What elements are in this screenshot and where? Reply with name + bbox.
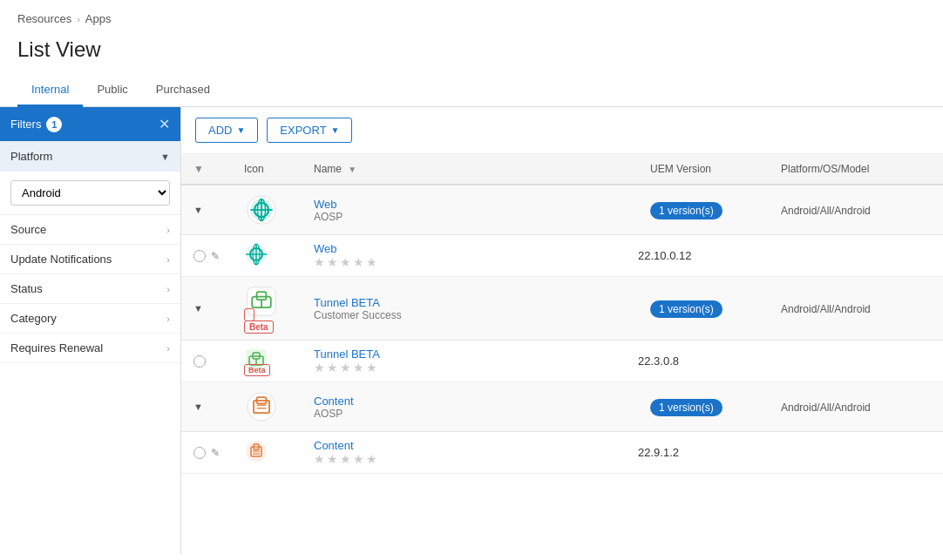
- tab-internal[interactable]: Internal: [17, 74, 83, 107]
- platform-chevron-icon: ▼: [160, 152, 170, 162]
- status-item[interactable]: Status ›: [0, 274, 180, 304]
- content-versions-cell: 1 version(s): [638, 382, 769, 432]
- tunnel-app-icon-container: [244, 284, 279, 319]
- category-chevron-icon: ›: [166, 314, 170, 324]
- update-notifications-item[interactable]: Update Notifications ›: [0, 245, 180, 274]
- tunnel-name-cell: Tunnel BETA Customer Success: [302, 277, 638, 341]
- col-check-header: ▼: [181, 154, 232, 185]
- sidebar-header: Filters 1 ✕: [0, 107, 180, 141]
- sidebar-close-icon[interactable]: ✕: [159, 116, 170, 132]
- platform-section-header[interactable]: Platform ▼: [0, 141, 180, 172]
- web-sub-radio[interactable]: [193, 250, 206, 262]
- tunnel-sub-stars: ★★★★★: [314, 361, 626, 374]
- filter-badge: 1: [46, 117, 62, 132]
- content-sub-name-link[interactable]: Content: [314, 439, 354, 452]
- web-versions-cell: 1 version(s): [638, 185, 769, 235]
- name-col-label: Name: [314, 163, 342, 175]
- tunnel-source: Customer Success: [314, 309, 626, 321]
- tunnel-sub-icon-cell: Beta: [232, 341, 302, 382]
- sidebar-platform-section: Platform ▼ Android iOS Windows: [0, 141, 180, 215]
- tunnel-platform-text: Android/All/Android: [781, 303, 871, 315]
- table-row: ✎ Content ★★★★★: [181, 432, 943, 474]
- table-row: ▼: [181, 185, 943, 235]
- content-area: Filters 1 ✕ Platform ▼ Android iOS Windo…: [0, 107, 943, 554]
- sidebar: Filters 1 ✕ Platform ▼ Android iOS Windo…: [0, 107, 181, 554]
- add-chevron-icon: ▼: [236, 125, 245, 135]
- web-app-icon: [244, 192, 279, 227]
- update-notifications-label: Update Notifications: [10, 253, 112, 266]
- platform-label: Platform: [10, 150, 52, 163]
- web-sub-stars: ★★★★★: [314, 255, 626, 269]
- requires-renewal-label: Requires Renewal: [10, 341, 103, 354]
- tunnel-name-link[interactable]: Tunnel BETA: [314, 296, 626, 309]
- table-row: Beta Tunnel BETA ★★★★★ 22.3.0.8: [181, 341, 943, 382]
- page-title: List View: [0, 32, 943, 74]
- content-sub-stars: ★★★★★: [314, 452, 626, 466]
- export-label: EXPORT: [280, 124, 326, 137]
- content-platform-text: Android/All/Android: [781, 401, 871, 414]
- web-sub-edit-icon[interactable]: ✎: [211, 250, 220, 262]
- tunnel-sub-uem: 22.3.0.8: [638, 341, 769, 382]
- web-platform-text: Android/All/Android: [781, 205, 871, 217]
- content-app-icon: [244, 389, 279, 424]
- web-sub-check-cell: ✎: [181, 235, 232, 277]
- web-platform-cell: Android/All/Android: [769, 185, 943, 235]
- content-platform-cell: Android/All/Android: [769, 382, 943, 432]
- toolbar: ADD ▼ EXPORT ▼: [181, 107, 943, 154]
- content-version-badge[interactable]: 1 version(s): [650, 399, 723, 416]
- tab-bar: Internal Public Purchased: [0, 74, 943, 107]
- content-sub-check-cell: ✎: [181, 432, 232, 474]
- platform-select[interactable]: Android iOS Windows: [10, 180, 170, 206]
- web-version-badge[interactable]: 1 version(s): [650, 202, 723, 219]
- web-name-link[interactable]: Web: [314, 198, 626, 211]
- tunnel-sub-platform-empty: [769, 341, 943, 382]
- table-row: ▼: [181, 277, 943, 341]
- tunnel-platform-cell: Android/All/Android: [769, 277, 943, 341]
- content-collapse-icon[interactable]: ▼: [193, 401, 203, 412]
- web-source: AOSP: [314, 211, 626, 223]
- source-chevron-icon: ›: [166, 225, 170, 235]
- export-button[interactable]: EXPORT ▼: [267, 118, 352, 143]
- col-uem-header: UEM Version: [638, 154, 769, 185]
- source-item[interactable]: Source ›: [0, 215, 180, 245]
- tab-public[interactable]: Public: [83, 74, 141, 107]
- tunnel-sub-radio[interactable]: [193, 355, 206, 368]
- content-sub-icon-cell: [232, 432, 302, 474]
- breadcrumb-apps: Apps: [85, 12, 112, 25]
- content-sub-radio[interactable]: [193, 447, 206, 459]
- web-sub-icon-cell: [232, 235, 302, 277]
- web-sub-name-link[interactable]: Web: [314, 242, 337, 255]
- tunnel-sub-name-link[interactable]: Tunnel BETA: [314, 347, 380, 361]
- col-platform-header: Platform/OS/Model: [769, 154, 943, 185]
- sort-down-icon: ▼: [193, 163, 204, 175]
- requires-renewal-item[interactable]: Requires Renewal ›: [0, 334, 180, 363]
- export-chevron-icon: ▼: [331, 125, 340, 135]
- tunnel-sub-beta-badge: Beta: [244, 364, 270, 376]
- web-collapse-icon[interactable]: ▼: [193, 205, 203, 215]
- col-name-header[interactable]: Name ▼: [302, 154, 638, 185]
- content-icon-cell: [232, 382, 302, 432]
- add-label: ADD: [208, 124, 232, 137]
- tunnel-beta-label: Beta: [244, 320, 274, 334]
- content-source: AOSP: [314, 408, 626, 420]
- tunnel-icon-cell: Beta: [232, 277, 302, 341]
- web-expand-cell: ▼: [181, 185, 232, 235]
- category-label: Category: [10, 312, 57, 325]
- web-sub-name-cell: Web ★★★★★: [302, 235, 638, 277]
- add-button[interactable]: ADD ▼: [195, 118, 258, 143]
- tab-purchased[interactable]: Purchased: [142, 74, 224, 107]
- content-sub-uem: 22.9.1.2: [638, 432, 769, 474]
- content-sub-edit-icon[interactable]: ✎: [211, 447, 220, 459]
- content-name-link[interactable]: Content: [314, 395, 626, 408]
- breadcrumb-resources[interactable]: Resources: [17, 12, 71, 25]
- status-chevron-icon: ›: [166, 284, 170, 294]
- col-icon-header: Icon: [232, 154, 302, 185]
- content-sub-platform-empty: [769, 432, 943, 474]
- tunnel-collapse-icon[interactable]: ▼: [193, 303, 203, 314]
- content-name-cell: Content AOSP: [302, 382, 638, 432]
- web-sub-uem: 22.10.0.12: [638, 235, 769, 277]
- web-sub-platform-empty: [769, 235, 943, 277]
- tunnel-version-badge[interactable]: 1 version(s): [650, 300, 723, 318]
- tunnel-expand-cell: ▼: [181, 277, 232, 341]
- category-item[interactable]: Category ›: [0, 304, 180, 334]
